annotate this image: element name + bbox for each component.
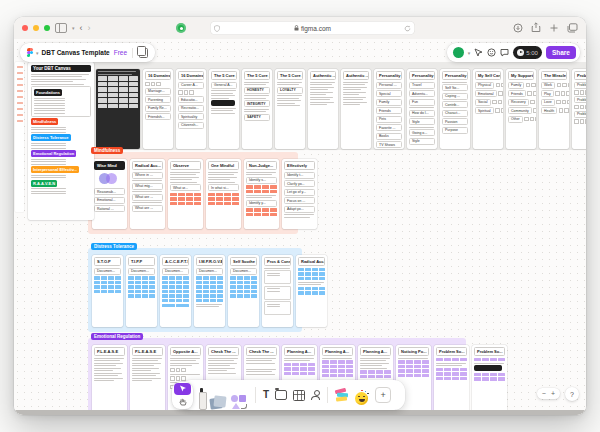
sticky[interactable] (108, 98, 117, 103)
sticky[interactable] (305, 272, 311, 276)
sticky[interactable] (244, 285, 250, 289)
sticky[interactable] (210, 276, 216, 280)
sticky[interactable] (482, 373, 489, 377)
sticky-grid[interactable] (196, 276, 223, 302)
section-foundations[interactable]: 16 Domains...Marriage...ParentingFamily … (92, 62, 586, 150)
sticky-note[interactable]: Clarify yo... (284, 180, 315, 187)
section-label[interactable]: Distress Tolerance (91, 243, 137, 250)
sticky[interactable] (210, 290, 216, 294)
sticky[interactable] (284, 372, 291, 376)
sticky[interactable] (460, 377, 467, 381)
sticky-grid[interactable] (298, 287, 325, 295)
sticky[interactable] (237, 290, 243, 294)
sticky-grid[interactable] (298, 268, 325, 281)
checkbox[interactable] (145, 82, 150, 87)
checkbox[interactable] (181, 368, 186, 373)
sticky[interactable] (108, 87, 117, 92)
sticky[interactable] (322, 360, 329, 364)
sticky-grid[interactable] (474, 373, 505, 381)
checkbox[interactable] (557, 83, 562, 88)
card-title[interactable]: Self Soothe ... (230, 257, 257, 266)
figjam-canvas[interactable]: Your DBT CanvasFoundationsMindfulnessDis… (14, 39, 586, 415)
downloads-icon[interactable] (513, 23, 523, 33)
sticky[interactable] (128, 285, 134, 289)
minimize-window-button[interactable] (33, 25, 39, 31)
card-title[interactable]: I.M.P.R.O.V.E (196, 257, 223, 266)
sticky[interactable] (115, 290, 121, 294)
pros-cons-box[interactable] (264, 270, 291, 284)
canvas-card[interactable]: P.L.E.A.S.E (130, 345, 165, 413)
sticky[interactable] (452, 368, 459, 372)
sticky[interactable] (346, 360, 353, 364)
sticky[interactable] (460, 358, 467, 362)
sticky[interactable] (312, 268, 318, 272)
canvas-overview-frame[interactable]: Your DBT CanvasFoundationsMindfulnessDis… (28, 62, 94, 220)
checkbox[interactable] (568, 83, 569, 88)
sticky[interactable] (444, 372, 451, 376)
sticky[interactable] (460, 372, 467, 376)
card-title[interactable]: Noticing Po... (398, 347, 429, 356)
sticky[interactable] (246, 208, 253, 212)
sticky-note[interactable]: TV Shows (376, 141, 402, 148)
sticky[interactable] (169, 299, 175, 303)
sticky[interactable] (178, 197, 185, 201)
sticky[interactable] (292, 367, 299, 371)
checkbox[interactable] (189, 90, 194, 95)
checkbox[interactable] (559, 108, 564, 113)
sticky-note[interactable]: Style (409, 138, 435, 145)
pros-cons-box[interactable] (264, 286, 291, 300)
sticky-note[interactable]: SAFETY (244, 114, 270, 121)
sticky[interactable] (186, 202, 193, 206)
sticky[interactable] (119, 93, 128, 98)
sticky[interactable] (262, 185, 269, 189)
sticky-grid[interactable] (208, 193, 239, 206)
sticky[interactable] (176, 285, 182, 289)
card-title[interactable]: The Miracle... (541, 71, 567, 80)
canvas-card[interactable] (96, 69, 140, 149)
sticky[interactable] (414, 369, 421, 373)
sticky[interactable] (474, 377, 481, 381)
card-title[interactable]: Authentic ... (310, 71, 336, 80)
sticky[interactable] (162, 290, 168, 294)
sticky-note[interactable]: Other (508, 116, 523, 123)
sticky[interactable] (319, 268, 325, 272)
card-title[interactable]: Planning A... (360, 347, 391, 356)
sticky[interactable] (244, 290, 250, 294)
sticky[interactable] (322, 369, 329, 373)
sticky[interactable] (338, 374, 345, 378)
sticky[interactable] (452, 372, 459, 376)
sticky[interactable] (305, 291, 311, 295)
sticky[interactable] (94, 285, 100, 289)
sticky[interactable] (360, 370, 367, 374)
sticky-note[interactable]: Documen... (94, 268, 121, 275)
sticky-note[interactable]: Recovery (508, 99, 529, 106)
sticky[interactable] (406, 369, 413, 373)
sticky[interactable] (436, 358, 443, 362)
sticky-note[interactable]: Special (376, 90, 402, 97)
card-title[interactable]: Check The ... (246, 347, 277, 356)
checkbox[interactable] (495, 108, 500, 113)
help-button[interactable]: ? (565, 387, 579, 401)
sticky[interactable] (398, 374, 405, 378)
sticky[interactable] (298, 277, 304, 281)
canvas-card[interactable]: I.M.P.R.O.V.EDocumen... (194, 255, 225, 327)
sticky-note[interactable]: Documen... (128, 268, 155, 275)
sticky[interactable] (176, 281, 182, 285)
sticky[interactable] (230, 276, 236, 280)
avatar[interactable] (453, 47, 464, 58)
sticky[interactable] (406, 365, 413, 369)
sticky-grid[interactable] (230, 276, 257, 298)
sticky-note[interactable]: Social (475, 99, 491, 106)
sticky[interactable] (119, 98, 128, 103)
sticky[interactable] (119, 87, 128, 92)
sticky[interactable] (422, 365, 429, 369)
chevron-down-icon[interactable]: ▾ (72, 25, 75, 31)
sticky-note[interactable]: Family (508, 82, 524, 89)
sticky-note[interactable]: Travel (409, 82, 435, 89)
checkbox[interactable] (170, 376, 175, 381)
sticky[interactable] (376, 375, 383, 379)
table-tool[interactable] (293, 390, 305, 401)
canvas-card[interactable]: Radical Acc... (296, 255, 327, 327)
sticky[interactable] (176, 290, 182, 294)
sticky[interactable] (237, 276, 243, 280)
